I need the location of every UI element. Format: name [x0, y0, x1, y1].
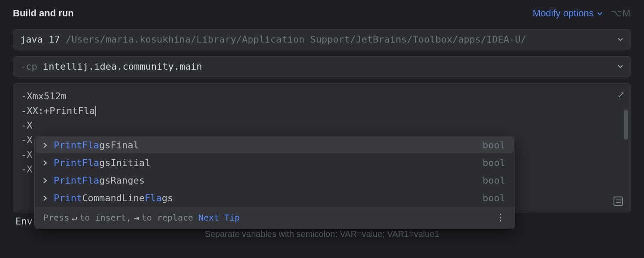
expand-editor-icon[interactable] [614, 197, 623, 206]
enter-key-icon: ↵ [72, 212, 77, 223]
jdk-version: java 17 [20, 34, 60, 45]
classpath-selector[interactable]: -cp intellij.idea.community.main [13, 56, 631, 77]
more-menu-icon[interactable]: ⋮ [496, 212, 506, 223]
chevron-right-icon [41, 142, 49, 148]
chevron-down-icon [596, 10, 603, 17]
chevron-down-icon[interactable] [617, 34, 624, 45]
completion-item[interactable]: PrintCommandLineFlags bool [35, 189, 515, 207]
scrollbar-thumb[interactable] [624, 110, 628, 140]
completion-type: bool [483, 140, 505, 150]
section-title: Build and run [13, 8, 74, 19]
modify-options-label: Modify options [533, 8, 594, 19]
classpath-value: intellij.idea.community.main [43, 61, 202, 72]
shortcut-hint: ⌥M [611, 8, 631, 19]
jdk-selector[interactable]: java 17 /Users/maria.kosukhina/Library/A… [13, 29, 631, 49]
completion-popup: PrintFlagsFinal bool PrintFlagsInitial b… [34, 136, 515, 229]
chevron-right-icon [41, 160, 49, 166]
vm-line: -X [21, 118, 623, 133]
tab-key-icon: ⇥ [134, 212, 139, 223]
completion-item[interactable]: PrintFlagsInitial bool [35, 154, 515, 172]
collapse-icon[interactable]: ⤢ [617, 88, 625, 101]
completion-type: bool [483, 175, 505, 186]
completion-item[interactable]: PrintFlagsFinal bool [36, 137, 514, 153]
text-caret [95, 106, 96, 116]
env-help-text: Separate variables with semicolon: VAR=v… [13, 229, 631, 239]
completion-item[interactable]: PrintFlagsRanges bool [35, 172, 515, 189]
vm-line: -Xmx512m [21, 89, 623, 104]
completion-type: bool [483, 193, 505, 203]
vm-line: -XX:+PrintFla [21, 104, 623, 118]
classpath-flag: -cp [20, 61, 37, 72]
completion-type: bool [483, 157, 505, 168]
jdk-path: /Users/maria.kosukhina/Library/Applicati… [66, 34, 526, 45]
chevron-right-icon [41, 195, 49, 201]
chevron-down-icon[interactable] [617, 61, 624, 72]
next-tip-link[interactable]: Next Tip [198, 212, 240, 223]
modify-options-link[interactable]: Modify options [533, 8, 603, 19]
completion-footer: Press ↵ to insert, ⇥ to replace Next Tip… [35, 207, 515, 229]
chevron-right-icon [41, 178, 49, 184]
